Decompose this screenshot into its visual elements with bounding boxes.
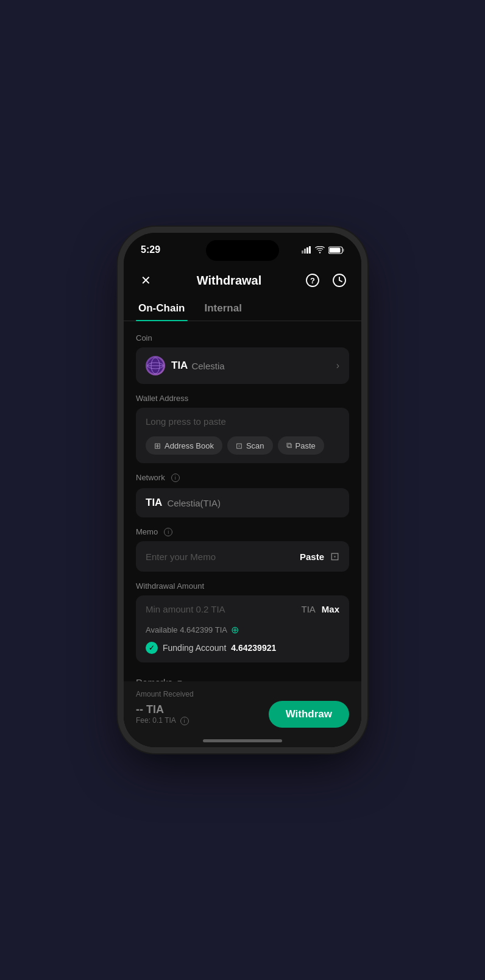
memo-section: Memo i Enter your Memo Paste ⊡ [136,527,349,572]
withdraw-button[interactable]: Withdraw [269,701,349,728]
scan-icon: ⊡ [236,441,242,450]
network-info-icon[interactable]: i [171,474,180,482]
page-title: Withdrawal [197,274,262,288]
address-book-button[interactable]: ⊞ Address Book [146,436,222,455]
funding-value: 4.64239921 [231,643,276,653]
tia-globe-icon [147,357,164,374]
tab-on-chain[interactable]: On-Chain [136,297,188,321]
max-button[interactable]: Max [322,604,339,614]
home-indicator [203,739,282,742]
header: ✕ Withdrawal ? [124,263,361,297]
header-left: ✕ [136,271,155,290]
coin-selector[interactable]: TIA Celestia › [136,347,349,384]
paste-icon: ⧉ [286,441,292,450]
coin-icon [146,356,165,375]
svg-point-4 [319,252,320,253]
available-row: Available 4.642399 TIA ⊕ [146,624,339,636]
tabs: On-Chain Internal [124,297,361,321]
available-text: Available 4.642399 TIA [146,625,227,634]
memo-paste-button[interactable]: Paste [300,552,324,562]
funding-label: Funding Account [163,643,226,653]
signal-icon [302,246,311,254]
fee-row: Fee: 0.1 TIA i [136,716,189,725]
status-time: 5:29 [141,244,160,255]
wallet-placeholder[interactable]: Long press to paste [146,416,339,427]
svg-rect-0 [302,250,303,254]
amount-right: TIA Max [301,604,339,614]
coin-info: TIA Celestia [146,356,336,375]
memo-label: Memo i [136,527,349,536]
network-section: Network i TIA Celestia(TIA) [136,473,349,517]
chevron-right-icon: › [336,360,339,371]
paste-button[interactable]: ⧉ Paste [278,436,324,455]
battery-icon [328,246,344,254]
withdrawal-amount-section: Withdrawal Amount Min amount 0.2 TIA TIA… [136,581,349,662]
bottom-bar: Amount Received -- TIA Fee: 0.1 TIA i Wi… [124,681,361,747]
amount-received-row: -- TIA Fee: 0.1 TIA i Withdraw [136,701,349,728]
amount-field: Min amount 0.2 TIA TIA Max Available 4.6… [136,595,349,662]
network-value: TIA Celestia(TIA) [146,497,339,509]
fee-info-icon[interactable]: i [180,717,189,725]
coin-name: Celestia [191,361,224,371]
amount-received-value: -- TIA [136,703,189,716]
amount-placeholder[interactable]: Min amount 0.2 TIA [146,604,225,614]
svg-rect-7 [343,249,344,252]
funding-row: ✓ Funding Account 4.64239921 [146,642,339,654]
header-right: ? [303,271,349,290]
coin-label: Coin [136,333,349,343]
close-button[interactable]: ✕ [136,271,155,290]
svg-text:?: ? [310,276,315,285]
network-label: Network i [136,473,349,482]
coin-ticker: TIA [171,360,188,372]
dynamic-island [206,240,279,261]
help-icon: ? [305,273,320,288]
wifi-icon [315,246,325,254]
network-ticker: TIA [146,497,162,509]
wallet-address-field: Long press to paste ⊞ Address Book ⊡ Sca… [136,408,349,463]
scan-button[interactable]: ⊡ Scan [227,436,273,455]
help-button[interactable]: ? [303,271,322,290]
history-button[interactable] [330,271,349,290]
amount-received-label: Amount Received [136,690,349,698]
amount-currency: TIA [301,604,315,614]
phone-frame: 5:29 [124,233,361,747]
tab-internal[interactable]: Internal [202,297,244,321]
check-circle-icon: ✓ [146,642,158,654]
network-field: TIA Celestia(TIA) [136,488,349,517]
memo-placeholder: Enter your Memo [146,552,216,562]
memo-scan-icon[interactable]: ⊡ [330,550,339,563]
amount-top: Min amount 0.2 TIA TIA Max [146,604,339,614]
history-icon [332,273,347,288]
network-name: Celestia(TIA) [167,498,221,508]
withdrawal-amount-label: Withdrawal Amount [136,581,349,591]
svg-rect-1 [304,249,306,254]
memo-info-icon[interactable]: i [164,528,172,536]
address-book-icon: ⊞ [154,441,161,450]
svg-rect-2 [306,247,308,254]
plus-icon[interactable]: ⊕ [231,624,239,636]
svg-rect-3 [309,246,311,254]
content-area: Coin TIA Celestia › [124,324,361,740]
wallet-actions: ⊞ Address Book ⊡ Scan ⧉ Paste [146,436,339,455]
svg-rect-6 [330,247,341,252]
phone-screen: 5:29 [124,233,361,747]
memo-actions: Paste ⊡ [300,550,339,563]
memo-field[interactable]: Enter your Memo Paste ⊡ [136,541,349,572]
status-icons [302,246,344,254]
wallet-address-label: Wallet Address [136,394,349,403]
amount-received-left: -- TIA Fee: 0.1 TIA i [136,703,189,725]
